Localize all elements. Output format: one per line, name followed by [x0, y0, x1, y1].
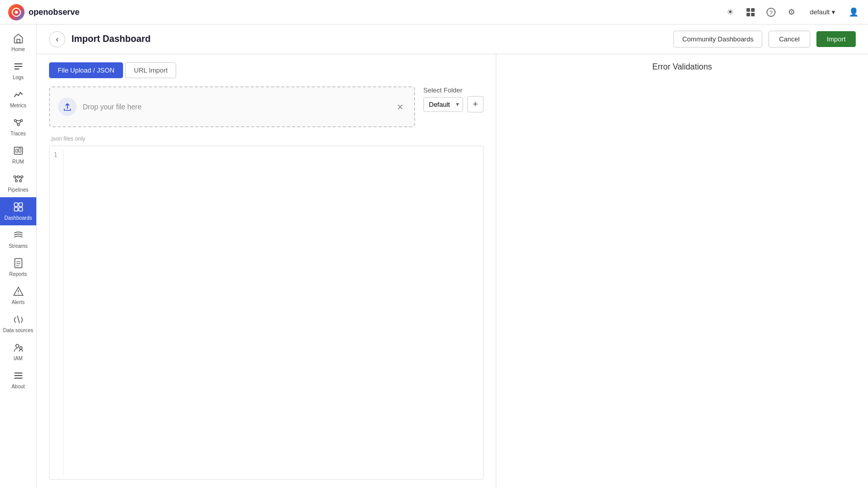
- rum-icon: [13, 145, 24, 158]
- theme-icon[interactable]: ☀: [724, 6, 736, 18]
- sidebar-item-label-logs: Logs: [13, 75, 24, 81]
- topbar-left: openobserve: [8, 4, 80, 20]
- sidebar-item-about[interactable]: About: [0, 366, 36, 394]
- folder-select[interactable]: Default: [423, 97, 463, 112]
- svg-rect-42: [14, 373, 22, 374]
- datasources-icon: [13, 314, 24, 327]
- streams-icon: [13, 229, 24, 242]
- svg-point-41: [19, 347, 22, 350]
- code-content[interactable]: [68, 150, 479, 475]
- sidebar-item-home[interactable]: Home: [0, 29, 36, 57]
- sidebar-item-label-reports: Reports: [9, 271, 27, 277]
- folder-section: Select Folder Default +: [423, 86, 484, 112]
- back-button[interactable]: ‹: [49, 31, 65, 48]
- svg-point-25: [19, 180, 21, 182]
- dashboards-icon: [13, 201, 24, 214]
- sidebar-item-streams[interactable]: Streams: [0, 225, 36, 253]
- svg-rect-31: [19, 203, 22, 206]
- select-folder-label: Select Folder: [423, 86, 484, 94]
- svg-rect-20: [19, 148, 21, 152]
- left-panel: File Upload / JSON URL Import: [37, 54, 496, 488]
- sidebar-item-label-alerts: Alerts: [12, 299, 25, 306]
- main-content: ‹ Import Dashboard Community Dashboards …: [37, 25, 868, 488]
- sidebar-item-dashboards[interactable]: Dashboards: [0, 197, 36, 225]
- drop-zone-inner: Drop your file here: [58, 98, 141, 116]
- user-label: default: [810, 8, 830, 16]
- sidebar-item-pipelines[interactable]: Pipelines: [0, 169, 36, 197]
- svg-rect-8: [17, 39, 20, 43]
- add-folder-button[interactable]: +: [467, 96, 484, 112]
- metrics-icon: [13, 89, 24, 102]
- page-header: ‹ Import Dashboard Community Dashboards …: [37, 25, 868, 54]
- clear-icon[interactable]: ✕: [394, 101, 406, 113]
- sidebar-item-label-pipelines: Pipelines: [8, 187, 29, 193]
- sidebar-item-alerts[interactable]: Alerts: [0, 282, 36, 310]
- app-body: Home Logs Metrics: [0, 25, 868, 488]
- tab-file-upload[interactable]: File Upload / JSON: [49, 62, 123, 78]
- settings-icon[interactable]: ⚙: [785, 6, 798, 18]
- sidebar-item-reports[interactable]: Reports: [0, 253, 36, 282]
- user-menu-button[interactable]: default ▾: [806, 6, 839, 18]
- about-icon: [13, 370, 24, 383]
- sidebar-item-label-home: Home: [11, 47, 25, 53]
- sidebar-item-label-dashboards: Dashboards: [5, 215, 32, 221]
- tab-url-import[interactable]: URL Import: [125, 62, 176, 78]
- community-dashboards-button[interactable]: Community Dashboards: [673, 31, 762, 48]
- user-avatar-icon[interactable]: 👤: [848, 6, 860, 18]
- svg-point-1: [15, 11, 18, 14]
- upload-icon: [58, 98, 77, 116]
- traces-icon: [13, 117, 24, 130]
- sidebar-item-rum[interactable]: RUM: [0, 141, 36, 169]
- user-dropdown-icon: ▾: [832, 8, 835, 16]
- svg-rect-4: [746, 13, 750, 16]
- line-numbers: 1: [54, 150, 64, 475]
- logo-icon: [8, 4, 25, 20]
- topbar: openobserve ☀ ? ⚙ default ▾ 👤: [0, 0, 868, 25]
- alerts-icon: [13, 286, 24, 298]
- sidebar-item-label-iam: IAM: [14, 356, 23, 362]
- svg-rect-2: [746, 8, 750, 12]
- svg-rect-43: [14, 375, 22, 376]
- sidebar-item-label-metrics: Metrics: [10, 103, 26, 109]
- page-header-left: ‹ Import Dashboard: [49, 31, 151, 48]
- sidebar-item-datasources[interactable]: Data sources: [0, 310, 36, 338]
- pipelines-icon: [13, 173, 24, 186]
- sidebar-item-label-traces: Traces: [10, 131, 26, 137]
- import-button[interactable]: Import: [816, 31, 856, 47]
- apps-icon[interactable]: [744, 6, 757, 18]
- tab-row: File Upload / JSON URL Import: [49, 62, 484, 78]
- sidebar-item-metrics[interactable]: Metrics: [0, 85, 36, 113]
- right-panel: Error Validations: [496, 54, 868, 488]
- logo-text: openobserve: [29, 8, 80, 17]
- svg-point-40: [16, 344, 19, 347]
- sidebar-item-label-rum: RUM: [12, 159, 24, 165]
- sidebar-item-iam[interactable]: IAM: [0, 338, 36, 366]
- help-icon[interactable]: ?: [765, 6, 777, 18]
- svg-rect-10: [14, 66, 22, 67]
- code-editor: 1: [49, 146, 484, 480]
- svg-rect-34: [15, 259, 22, 268]
- folder-select-wrapper: Default: [423, 97, 463, 112]
- svg-rect-44: [14, 378, 22, 379]
- topbar-right: ☀ ? ⚙ default ▾ 👤: [724, 6, 860, 18]
- drop-zone[interactable]: Drop your file here ✕: [49, 86, 415, 127]
- drop-zone-text: Drop your file here: [83, 103, 141, 111]
- page-header-right: Community Dashboards Cancel Import: [673, 31, 856, 48]
- sidebar-item-traces[interactable]: Traces: [0, 113, 36, 141]
- svg-point-24: [15, 180, 17, 182]
- svg-line-29: [20, 178, 21, 180]
- logs-icon: [13, 61, 24, 74]
- content-area: File Upload / JSON URL Import: [37, 54, 868, 488]
- cancel-button[interactable]: Cancel: [768, 31, 810, 48]
- sidebar-item-label-about: About: [11, 384, 25, 390]
- svg-rect-3: [751, 8, 755, 12]
- svg-line-16: [16, 122, 18, 124]
- sidebar-item-label-streams: Streams: [9, 243, 28, 249]
- page-title: Import Dashboard: [71, 34, 151, 44]
- svg-rect-19: [16, 149, 18, 152]
- svg-line-17: [19, 122, 21, 124]
- sidebar: Home Logs Metrics: [0, 25, 37, 488]
- sidebar-item-logs[interactable]: Logs: [0, 57, 36, 85]
- json-hint: .json files only: [50, 135, 484, 142]
- svg-rect-32: [14, 207, 18, 211]
